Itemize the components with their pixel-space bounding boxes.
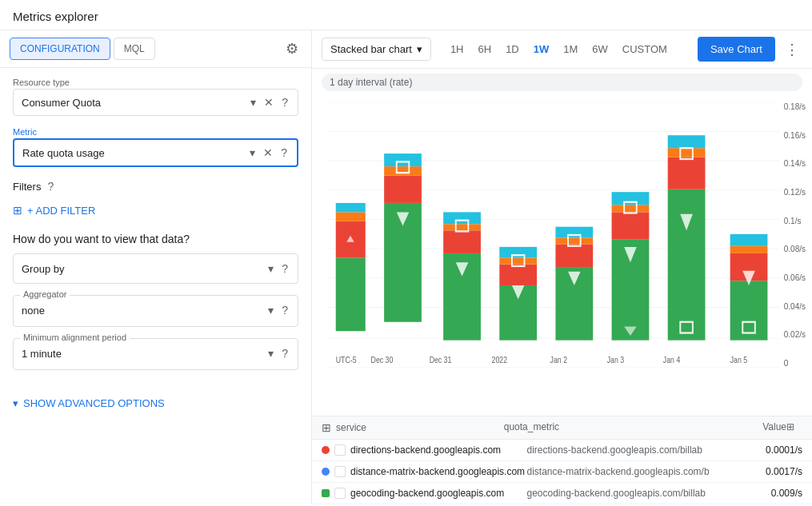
svg-rect-49 bbox=[668, 148, 706, 157]
chart-toolbar: Stacked bar chart ▾ 1H 6H 1D 1W 1M 6W CU… bbox=[312, 30, 812, 69]
min-alignment-dropdown[interactable]: ▾ bbox=[266, 345, 275, 361]
time-btn-1w[interactable]: 1W bbox=[527, 39, 556, 59]
aggregator-label: Aggregator bbox=[20, 289, 70, 299]
svg-text:Jan 2: Jan 2 bbox=[550, 356, 567, 365]
resource-type-clear[interactable]: ✕ bbox=[262, 94, 275, 110]
aggregator-row[interactable]: none ▾ ? bbox=[22, 301, 290, 320]
svg-rect-57 bbox=[730, 234, 768, 246]
y-label-1: 0.16/s bbox=[784, 131, 806, 140]
y-label-7: 0.04/s bbox=[784, 302, 806, 311]
filters-help[interactable]: ? bbox=[46, 178, 55, 194]
group-by-dropdown[interactable]: ▾ bbox=[266, 261, 275, 277]
save-chart-button[interactable]: Save Chart bbox=[698, 37, 775, 62]
svg-rect-50 bbox=[668, 135, 706, 148]
legend-row-0: directions-backend.googleapis.com direct… bbox=[312, 440, 812, 461]
metric-help[interactable]: ? bbox=[279, 145, 289, 161]
svg-rect-24 bbox=[443, 224, 481, 230]
legend-dot-1 bbox=[322, 468, 330, 476]
svg-rect-17 bbox=[384, 166, 422, 175]
svg-text:Jan 5: Jan 5 bbox=[730, 356, 747, 365]
svg-text:Jan 4: Jan 4 bbox=[663, 356, 681, 365]
resource-type-help[interactable]: ? bbox=[280, 94, 290, 110]
show-advanced-label: SHOW ADVANCED OPTIONS bbox=[23, 397, 165, 409]
metric-field: Metric Rate quota usage ▾ ✕ ? bbox=[13, 127, 298, 167]
filters-section: Filters ? ⊞ + ADD FILTER bbox=[13, 178, 298, 220]
time-btn-6h[interactable]: 6H bbox=[472, 39, 498, 59]
aggregator-value: none bbox=[22, 305, 262, 317]
y-axis-labels: 0.18/s 0.16/s 0.14/s 0.12/s 0.1/s 0.08/s… bbox=[784, 102, 806, 368]
chevron-down-icon: ▾ bbox=[13, 397, 18, 409]
time-btn-1d[interactable]: 1D bbox=[499, 39, 526, 59]
legend-checkbox-1[interactable] bbox=[334, 466, 346, 477]
metric-input-row: Rate quota usage ▾ ✕ ? bbox=[13, 138, 298, 167]
chart-type-chevron: ▾ bbox=[417, 43, 422, 55]
legend-value-header: Value bbox=[722, 421, 786, 434]
legend-quota-0: directions-backend.googleapis.com/billab bbox=[526, 444, 738, 456]
legend-col-icon: ⊞ bbox=[786, 421, 802, 434]
time-btn-6w[interactable]: 6W bbox=[586, 39, 614, 59]
tab-configuration[interactable]: CONFIGURATION bbox=[10, 38, 110, 60]
aggregator-field: Aggregator none ▾ ? bbox=[13, 295, 298, 327]
more-options-button[interactable]: ⋮ bbox=[782, 38, 802, 62]
time-btn-1h[interactable]: 1H bbox=[444, 39, 470, 59]
legend-header: ⊞ service quota_metric Value ⊞ bbox=[312, 416, 812, 440]
group-by-row[interactable]: Group by ▾ ? bbox=[13, 253, 298, 284]
time-btn-1m[interactable]: 1M bbox=[557, 39, 584, 59]
svg-rect-41 bbox=[612, 212, 650, 239]
y-label-9: 0 bbox=[784, 359, 806, 368]
time-range-buttons: 1H 6H 1D 1W 1M 6W CUSTOM bbox=[444, 39, 674, 59]
legend-dot-0 bbox=[322, 446, 330, 454]
chart-type-label: Stacked bar chart bbox=[330, 43, 412, 55]
legend-checkbox-0[interactable] bbox=[334, 444, 346, 456]
legend-service-0: directions-backend.googleapis.com bbox=[350, 444, 526, 456]
legend-checkbox-2[interactable] bbox=[334, 488, 346, 499]
chart-svg: UTC-5 Dec 30 Dec 31 2022 Jan 2 Jan 3 Jan… bbox=[328, 102, 780, 368]
add-filter-button[interactable]: ⊞ + ADD FILTER bbox=[13, 201, 95, 220]
show-advanced-button[interactable]: ▾ SHOW ADVANCED OPTIONS bbox=[0, 391, 178, 416]
svg-text:2022: 2022 bbox=[492, 356, 507, 365]
svg-rect-48 bbox=[668, 157, 706, 189]
metric-label: Metric bbox=[13, 127, 298, 137]
app-header: Metrics explorer bbox=[0, 0, 812, 30]
min-alignment-row[interactable]: 1 minute ▾ ? bbox=[22, 344, 290, 363]
legend-service-2: geocoding-backend.googleapis.com bbox=[350, 488, 526, 499]
svg-rect-18 bbox=[384, 153, 422, 166]
aggregator-dropdown[interactable]: ▾ bbox=[266, 302, 275, 318]
legend-value-0: 0.0001/s bbox=[738, 444, 802, 456]
min-alignment-help[interactable]: ? bbox=[280, 345, 290, 361]
svg-rect-23 bbox=[443, 230, 481, 253]
y-label-5: 0.08/s bbox=[784, 245, 806, 253]
chart-area: 0.18/s 0.16/s 0.14/s 0.12/s 0.1/s 0.08/s… bbox=[312, 96, 812, 416]
svg-rect-35 bbox=[555, 244, 593, 267]
tab-mql[interactable]: MQL bbox=[114, 38, 155, 60]
legend-service-icon: ⊞ bbox=[322, 421, 331, 434]
svg-rect-56 bbox=[730, 246, 768, 253]
chart-type-selector[interactable]: Stacked bar chart ▾ bbox=[322, 38, 431, 61]
time-btn-custom[interactable]: CUSTOM bbox=[616, 39, 674, 59]
tabs-row: CONFIGURATION MQL ⚙ bbox=[0, 30, 311, 68]
resource-type-value: Consumer Quota bbox=[22, 97, 244, 109]
metric-clear[interactable]: ✕ bbox=[262, 145, 274, 161]
y-label-4: 0.1/s bbox=[784, 217, 806, 225]
min-alignment-label: Minimum alignment period bbox=[20, 333, 130, 342]
add-filter-label: + ADD FILTER bbox=[27, 205, 95, 217]
resource-type-label: Resource type bbox=[13, 78, 298, 87]
group-by-field: Group by ▾ ? bbox=[13, 253, 298, 284]
group-by-help[interactable]: ? bbox=[280, 261, 290, 277]
svg-rect-30 bbox=[499, 258, 537, 265]
svg-rect-37 bbox=[555, 227, 593, 238]
interval-badge: 1 day interval (rate) bbox=[322, 74, 802, 91]
metric-dropdown[interactable]: ▾ bbox=[248, 145, 257, 161]
aggregator-help[interactable]: ? bbox=[280, 302, 290, 318]
view-section-title: How do you want to view that data? bbox=[13, 233, 298, 245]
svg-rect-12 bbox=[336, 212, 366, 221]
filters-label: Filters bbox=[13, 181, 41, 193]
legend-dot-2 bbox=[322, 489, 330, 497]
app-title: Metrics explorer bbox=[13, 10, 98, 23]
group-by-value: Group by bbox=[22, 263, 262, 275]
gear-button[interactable]: ⚙ bbox=[282, 37, 302, 61]
legend-table: ⊞ service quota_metric Value ⊞ direction… bbox=[312, 416, 812, 504]
resource-type-dropdown[interactable]: ▾ bbox=[249, 94, 258, 110]
svg-text:Dec 30: Dec 30 bbox=[371, 356, 394, 365]
svg-rect-10 bbox=[336, 258, 366, 332]
